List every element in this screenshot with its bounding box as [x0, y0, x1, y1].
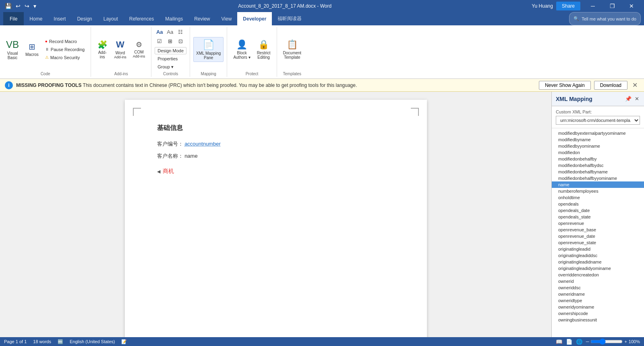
xml-tree-item[interactable]: originatingleadidname	[552, 259, 644, 265]
tab-view[interactable]: View	[216, 12, 238, 25]
customize-quick-access-button[interactable]: ▾	[32, 2, 38, 10]
xml-tree-item[interactable]: modifiedbyexternalpartyyominame	[552, 130, 644, 136]
field1-value[interactable]: accountnumber	[184, 141, 221, 147]
xml-tree-item[interactable]: originatingleadidyominame	[552, 265, 644, 272]
tab-developer[interactable]: Developer	[237, 12, 272, 25]
controls-row2: ☑ ⊞ ⊡	[155, 37, 186, 45]
xml-panel-close-button[interactable]: ✕	[634, 95, 640, 103]
xml-tree-item[interactable]: modifiedon	[552, 149, 644, 156]
save-button[interactable]: 💾	[3, 2, 13, 10]
tab-design[interactable]: Design	[71, 12, 97, 25]
macros-button[interactable]: ⊞ Macros	[23, 40, 41, 59]
minimize-button[interactable]: ─	[584, 0, 602, 12]
picture-control[interactable]: ☷	[176, 28, 185, 36]
notification-icon: i	[5, 81, 13, 89]
collapse-arrow-icon[interactable]: ◀	[157, 169, 160, 174]
xml-tree-item[interactable]: originatingleadid	[552, 246, 644, 252]
restrict-editing-button[interactable]: 🔒 RestrictEditing	[254, 37, 273, 62]
addins-button[interactable]: 🧩 Add-ins	[94, 38, 110, 61]
ribbon-tabs: File Home Insert Design Layout Reference…	[0, 12, 644, 25]
com-addins-button[interactable]: ⚙ COM Add-ins	[130, 38, 148, 60]
rich-text-control[interactable]: Aa	[165, 28, 175, 36]
com-addins-icon: ⚙	[136, 40, 142, 49]
xml-tree-item[interactable]: opendeals_date	[552, 207, 644, 214]
properties-button[interactable]: Properties	[155, 55, 180, 62]
xml-tree-item[interactable]: modifiedonbehalfbyname	[552, 169, 644, 175]
record-macro-button[interactable]: ● Record Macro	[42, 38, 87, 45]
controls-row5: Group ▾	[155, 63, 186, 71]
com-label: COM	[134, 50, 143, 54]
main-area: 基础信息 客户编号： accountnumber 客户名称： name ◀ 商机…	[0, 92, 644, 346]
view-print-layout[interactable]: 📄	[566, 339, 573, 345]
macro-security-button[interactable]: ⚠ Macro Security	[42, 54, 87, 61]
visual-basic-button[interactable]: VB VisualBasic	[3, 37, 22, 62]
xml-tree-item[interactable]: openrevenue_base	[552, 227, 644, 233]
xml-panel-pin-button[interactable]: 📌	[624, 95, 632, 103]
xml-tree-item[interactable]: name	[552, 181, 644, 188]
xml-tree-item[interactable]: ownershipcode	[552, 310, 644, 317]
block-authors-label: BlockAuthors ▾	[233, 51, 250, 60]
word-addins-button[interactable]: W Word Add-ins	[111, 37, 129, 61]
text-content-control[interactable]: Aa	[155, 28, 164, 36]
zoom-in-icon[interactable]: +	[624, 339, 627, 344]
pause-recording-button[interactable]: ⏸ Pause Recording	[42, 46, 87, 53]
drop-down-control[interactable]: ⊡	[176, 37, 185, 45]
xml-tree-item[interactable]: openrevenue_state	[552, 239, 644, 246]
restrict-editing-icon: 🔒	[258, 39, 269, 50]
macro-options-group: ● Record Macro ⏸ Pause Recording ⚠ Macro…	[42, 38, 87, 61]
xml-tree-item[interactable]: owneriddsc	[552, 284, 644, 291]
group-button[interactable]: Group ▾	[155, 63, 176, 71]
tab-home[interactable]: Home	[24, 12, 48, 25]
xml-tree-item[interactable]: opendeals	[552, 201, 644, 207]
xml-tree-item[interactable]: owneridname	[552, 291, 644, 297]
download-button[interactable]: Download	[594, 81, 627, 90]
tab-references[interactable]: References	[124, 12, 159, 25]
visual-basic-label: VisualBasic	[7, 51, 18, 60]
combo-box-control[interactable]: ⊞	[165, 37, 175, 45]
tell-me-input[interactable]: 🔍 Tell me what you want to do	[569, 12, 641, 25]
share-button[interactable]: Share	[556, 2, 580, 10]
block-authors-button[interactable]: 👤 BlockAuthors ▾	[230, 37, 253, 62]
xml-custom-part-select[interactable]: urn:microsoft-crm/document-templa...	[556, 116, 640, 125]
tab-review[interactable]: Review	[188, 12, 215, 25]
xml-mapping-pane-button[interactable]: 📄 XML MappingPane	[193, 37, 224, 62]
xml-tree-item[interactable]: openrevenue_date	[552, 233, 644, 239]
restore-button[interactable]: ❐	[603, 0, 621, 12]
xml-tree-item[interactable]: modifiedonbehalfbyyominame	[552, 175, 644, 181]
zoom-range[interactable]	[590, 338, 623, 345]
xml-tree-item[interactable]: modifiedbyname	[552, 136, 644, 143]
xml-tree-item[interactable]: numberofemployees	[552, 188, 644, 194]
design-mode-button[interactable]: Design Mode	[155, 47, 186, 54]
view-read-mode[interactable]: 📖	[556, 339, 563, 345]
tab-foxit[interactable]: 福昕阅读器	[272, 12, 307, 25]
view-web-layout[interactable]: 🌐	[576, 339, 583, 345]
xml-tree-item[interactable]: openrevenue	[552, 220, 644, 227]
status-bar: Page 1 of 1 18 words 🔤 English (United S…	[0, 337, 644, 346]
controls-row4: Properties	[155, 55, 186, 62]
xml-tree-item[interactable]: ownerid	[552, 278, 644, 284]
xml-tree-item[interactable]: owneridtype	[552, 297, 644, 304]
undo-button[interactable]: ↩	[14, 2, 22, 10]
tab-insert[interactable]: Insert	[48, 12, 71, 25]
tab-layout[interactable]: Layout	[98, 12, 124, 25]
notification-close-button[interactable]: ✕	[631, 81, 639, 89]
document-template-button[interactable]: 📋 DocumentTemplate	[280, 37, 304, 62]
xml-tree-item[interactable]: modifiedbyyominame	[552, 143, 644, 149]
zoom-out-icon[interactable]: ─	[586, 339, 589, 344]
xml-tree-item[interactable]: onholdtime	[552, 194, 644, 201]
templates-group-label: Templates	[283, 71, 302, 76]
xml-tree-item[interactable]: opendeals_state	[552, 214, 644, 220]
xml-tree-item[interactable]: modifiedonbehalfby	[552, 156, 644, 162]
xml-tree-item[interactable]: overriddencreatedon	[552, 272, 644, 278]
checkbox-control[interactable]: ☑	[155, 37, 164, 45]
xml-tree-item[interactable]: owningbusinessunit	[552, 317, 644, 323]
redo-button[interactable]: ↪	[23, 2, 31, 10]
never-show-again-button[interactable]: Never Show Again	[539, 81, 591, 90]
xml-tree-item[interactable]: modifiedonbehalfbydsc	[552, 162, 644, 169]
xml-tree-item[interactable]: owneridyominame	[552, 304, 644, 310]
tab-file[interactable]: File	[3, 12, 24, 25]
tab-mailings[interactable]: Mailings	[159, 12, 188, 25]
zoom-slider: ─ + 100%	[586, 338, 640, 345]
xml-tree-item[interactable]: originatingleadiddsc	[552, 252, 644, 259]
close-button[interactable]: ✕	[622, 0, 641, 12]
